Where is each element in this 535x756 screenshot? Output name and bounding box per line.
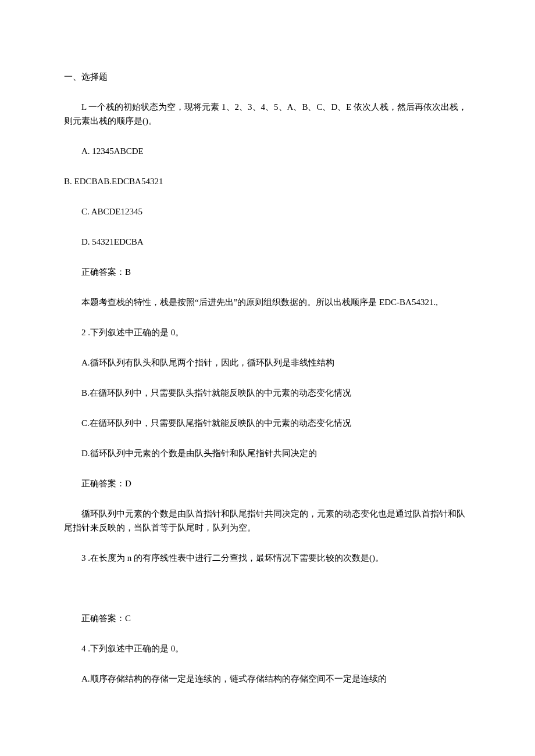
question-3-stem: 3 .在长度为 n 的有序线性表中进行二分查找，最坏情况下需要比较的次数是()。 <box>64 551 471 565</box>
question-2-stem: 2 .下列叙述中正确的是 0。 <box>64 325 471 339</box>
question-1-answer: 正确答案：B <box>64 265 471 279</box>
question-2-answer: 正确答案：D <box>64 476 471 490</box>
question-1-option-b: B. EDCBAB.EDCBA54321 <box>64 174 471 188</box>
section-heading: 一、选择题 <box>64 70 471 84</box>
question-4-stem: 4 .下列叙述中正确的是 0。 <box>64 642 471 655</box>
question-2-option-d: D.循环队列中元素的个数是由队头指针和队尾指针共同决定的 <box>64 446 471 460</box>
question-2-option-a: A.循环队列有队头和队尾两个指针，因此，循环队列是非线性结构 <box>64 356 471 370</box>
question-2-option-c: C.在循环队列中，只需要队尾指针就能反映队的中元素的动态变化情况 <box>64 416 471 430</box>
question-1-option-a: A. 12345ABCDE <box>64 144 471 158</box>
question-1-option-c: C. ABCDE12345 <box>64 205 471 218</box>
question-1-explanation: 本题考查栈的特性，栈是按照“后进先出”的原则组织数据的。所以出栈顺序是 EDC-… <box>64 295 471 309</box>
question-1-option-d: D. 54321EDCBA <box>64 235 471 249</box>
question-4-option-a: A.顺序存储结构的存储一定是连续的，链式存储结构的存储空间不一定是连续的 <box>64 672 471 686</box>
question-3-answer: 正确答案：C <box>64 611 471 625</box>
question-2-explanation: 循环队列中元素的个数是由队首指针和队尾指针共同决定的，元素的动态变化也是通过队首… <box>64 507 471 535</box>
question-2-option-b: B.在循环队列中，只需要队头指针就能反映队的中元素的动态变化情况 <box>64 386 471 400</box>
question-1-stem: L 一个栈的初始状态为空，现将元素 1、2、3、4、5、A、B、C、D、E 依次… <box>64 100 471 128</box>
